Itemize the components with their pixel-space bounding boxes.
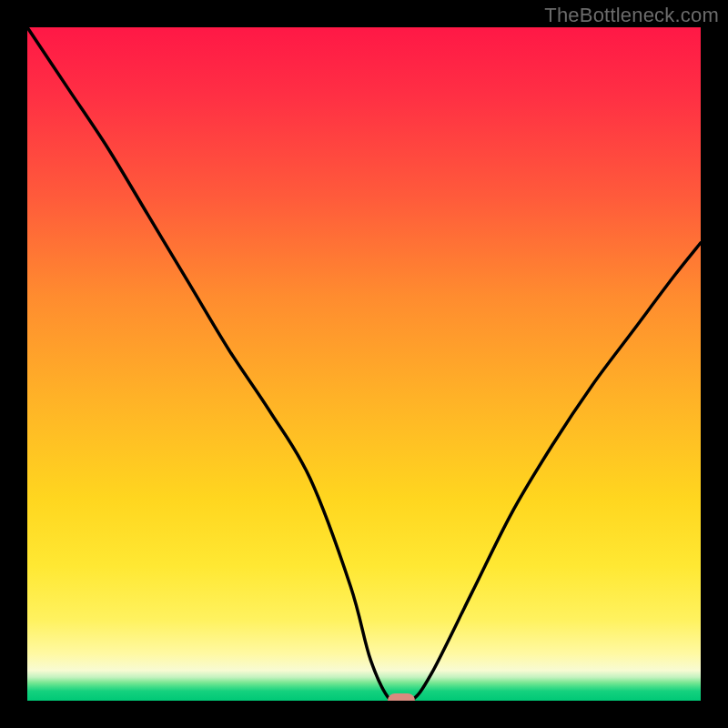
optimal-point-marker <box>388 693 415 701</box>
bottleneck-curve <box>27 27 701 701</box>
chart-frame: TheBottleneck.com <box>0 0 728 728</box>
plot-area <box>27 27 701 701</box>
attribution-text: TheBottleneck.com <box>544 4 719 27</box>
